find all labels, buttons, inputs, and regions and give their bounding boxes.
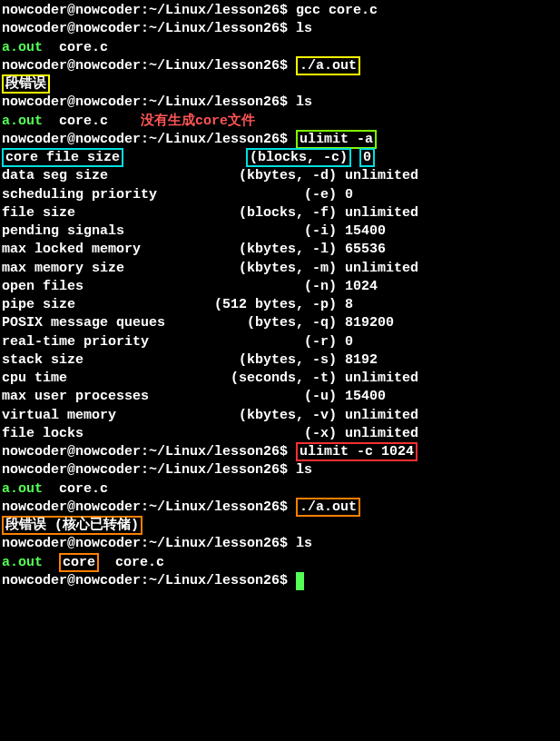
- terminal-line: nowcoder@nowcoder:~/Linux/lesson26$ ls: [2, 94, 560, 112]
- cmd-ls: ls: [296, 21, 312, 36]
- prompt: nowcoder@nowcoder:~/Linux/lesson26$: [2, 3, 296, 18]
- prompt: nowcoder@nowcoder:~/Linux/lesson26$: [2, 499, 296, 515]
- terminal-line: nowcoder@nowcoder:~/Linux/lesson26$ ls: [2, 461, 560, 479]
- file-corec: core.c: [115, 555, 164, 570]
- file-aout: a.out: [2, 481, 43, 497]
- terminal-line: nowcoder@nowcoder:~/Linux/lesson26$ ls: [2, 20, 560, 38]
- highlight-core-file: core: [59, 553, 99, 572]
- ulimit-row: POSIX message queues (bytes, -q) 819200: [2, 314, 560, 332]
- prompt: nowcoder@nowcoder:~/Linux/lesson26$: [2, 94, 296, 110]
- cmd-ls: ls: [296, 536, 312, 551]
- highlight-segfault-dumped: 段错误 (核心已转储): [2, 516, 142, 535]
- ulimit-row: data seg size (kbytes, -d) unlimited: [2, 167, 560, 185]
- terminal-line: nowcoder@nowcoder:~/Linux/lesson26$: [2, 572, 560, 590]
- terminal-line: nowcoder@nowcoder:~/Linux/lesson26$ ulim…: [2, 131, 560, 149]
- ulimit-row: pipe size (512 bytes, -p) 8: [2, 296, 560, 314]
- cursor-icon: [296, 572, 304, 590]
- prompt: nowcoder@nowcoder:~/Linux/lesson26$: [2, 21, 296, 36]
- prompt: nowcoder@nowcoder:~/Linux/lesson26$: [2, 573, 296, 588]
- ulimit-row: file size (blocks, -f) unlimited: [2, 204, 560, 222]
- ulimit-row: core file size (blocks, -c) 0: [2, 149, 560, 167]
- ulimit-row: stack size (kbytes, -s) 8192: [2, 351, 560, 370]
- ulimit-row: real-time priority (-r) 0: [2, 333, 560, 351]
- prompt: nowcoder@nowcoder:~/Linux/lesson26$: [2, 536, 296, 551]
- file-corec: core.c: [59, 40, 108, 55]
- highlight-ulimit-a: ulimit -a: [296, 130, 377, 149]
- annotation-no-core: 没有生成core文件: [141, 114, 255, 129]
- file-aout: a.out: [2, 555, 43, 570]
- ulimit-row: scheduling priority (-e) 0: [2, 186, 560, 204]
- cmd-ls: ls: [296, 94, 312, 110]
- highlight-ulimit-c: ulimit -c 1024: [296, 442, 418, 461]
- highlight-run-cmd-2: ./a.out: [296, 498, 360, 517]
- prompt: nowcoder@nowcoder:~/Linux/lesson26$: [2, 462, 296, 478]
- prompt: nowcoder@nowcoder:~/Linux/lesson26$: [2, 444, 296, 459]
- terminal-line: a.out core core.c: [2, 554, 560, 572]
- terminal-line: a.out core.c 没有生成core文件: [2, 113, 560, 131]
- terminal-line: nowcoder@nowcoder:~/Linux/lesson26$ ulim…: [2, 443, 560, 461]
- ulimit-row: max user processes (-u) 15400: [2, 388, 560, 406]
- ulimit-row: open files (-n) 1024: [2, 278, 560, 296]
- terminal-line: a.out core.c: [2, 39, 560, 57]
- terminal-line: nowcoder@nowcoder:~/Linux/lesson26$ ./a.…: [2, 499, 560, 517]
- prompt: nowcoder@nowcoder:~/Linux/lesson26$: [2, 58, 296, 74]
- terminal-line: 段错误 (核心已转储): [2, 517, 560, 535]
- file-aout: a.out: [2, 114, 43, 129]
- highlight-run-cmd: ./a.out: [296, 56, 360, 75]
- ulimit-row: file locks (-x) unlimited: [2, 425, 560, 443]
- ulimit-row: cpu time (seconds, -t) unlimited: [2, 370, 560, 388]
- terminal-line: nowcoder@nowcoder:~/Linux/lesson26$ gcc …: [2, 2, 560, 20]
- file-aout: a.out: [2, 40, 43, 55]
- file-corec: core.c: [59, 114, 108, 129]
- terminal-line: nowcoder@nowcoder:~/Linux/lesson26$ ls: [2, 535, 560, 553]
- terminal-line: a.out core.c: [2, 480, 560, 499]
- ulimit-row: virtual memory (kbytes, -v) unlimited: [2, 407, 560, 425]
- ulimit-row: max memory size (kbytes, -m) unlimited: [2, 260, 560, 278]
- terminal-line: nowcoder@nowcoder:~/Linux/lesson26$ ./a.…: [2, 57, 560, 75]
- ulimit-row: max locked memory (kbytes, -l) 65536: [2, 241, 560, 259]
- prompt: nowcoder@nowcoder:~/Linux/lesson26$: [2, 132, 296, 147]
- ulimit-output: core file size (blocks, -c) 0data seg si…: [2, 149, 560, 443]
- ulimit-row: pending signals (-i) 15400: [2, 222, 560, 241]
- file-corec: core.c: [59, 481, 108, 497]
- cmd-gcc: gcc core.c: [296, 3, 378, 18]
- cmd-ls: ls: [296, 462, 312, 478]
- terminal-line: 段错误: [2, 75, 560, 94]
- highlight-segfault: 段错误: [2, 74, 50, 94]
